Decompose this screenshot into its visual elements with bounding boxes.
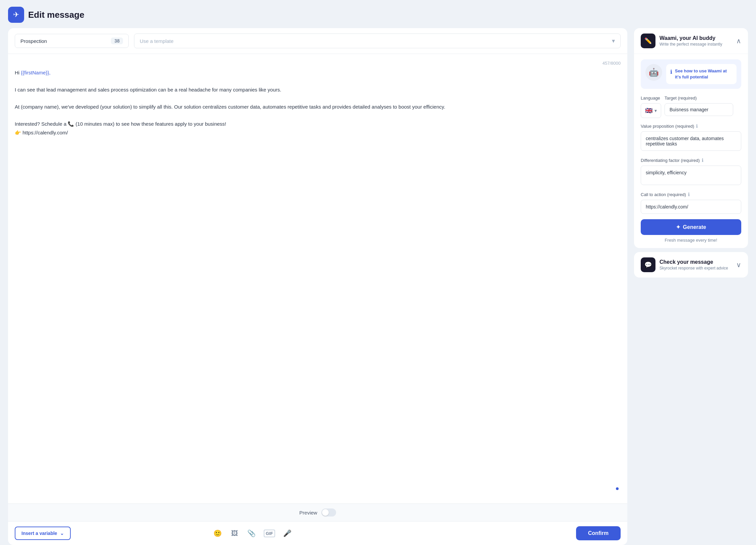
message-editor-area: 457/8000 Hi {{firstName}}, I can see tha… bbox=[8, 54, 627, 503]
target-label: Target (required) bbox=[665, 96, 741, 101]
preview-label: Preview bbox=[299, 510, 317, 516]
waami-body: 🤖 ℹ See how to use Waami at it's full po… bbox=[634, 54, 748, 248]
info-icon[interactable]: ℹ bbox=[696, 123, 698, 129]
value-prop-label: Value proposition (required) ℹ bbox=[641, 123, 741, 129]
target-input[interactable] bbox=[665, 103, 733, 116]
paragraph-2: At (company name), we've developed (your… bbox=[15, 103, 618, 111]
template-dropdown[interactable]: Use a template ▾ bbox=[134, 34, 621, 48]
expand-check-message-button[interactable]: ∨ bbox=[736, 261, 741, 269]
message-type-label: Prospection bbox=[20, 38, 47, 44]
page-title: Edit message bbox=[28, 10, 84, 20]
sparkle-icon: ✦ bbox=[676, 224, 680, 230]
collapse-waami-button[interactable]: ∧ bbox=[736, 37, 741, 45]
check-message-card: 💬 Check your message Skyrocket response … bbox=[634, 252, 748, 278]
language-field: Language 🇬🇧 ▾ bbox=[641, 96, 661, 118]
gif-button[interactable]: GIF bbox=[264, 530, 275, 537]
diff-factor-label: Differentiating factor (required) ℹ bbox=[641, 158, 741, 163]
message-content[interactable]: Hi {{firstName}}, I can see that lead ma… bbox=[15, 68, 621, 497]
language-dropdown[interactable]: 🇬🇧 ▾ bbox=[641, 103, 661, 118]
toolbar-icons: 🙂 🖼 📎 GIF 🎤 bbox=[212, 528, 293, 539]
scroll-indicator bbox=[616, 487, 619, 490]
chevron-down-icon: ▾ bbox=[612, 37, 615, 45]
waami-tip: 🤖 ℹ See how to use Waami at it's full po… bbox=[641, 59, 741, 89]
waami-tip-content: ℹ See how to use Waami at it's full pote… bbox=[666, 64, 737, 84]
waami-title: Waami, your AI buddy bbox=[659, 35, 722, 41]
value-prop-input[interactable]: centralizes customer data, automates rep… bbox=[641, 131, 741, 151]
cta-field: Call to action (required) ℹ bbox=[641, 192, 741, 214]
preview-bar: Preview bbox=[8, 503, 627, 521]
waami-icon: ✏️ bbox=[641, 34, 655, 48]
chevron-down-icon: ▾ bbox=[654, 108, 657, 113]
microphone-button[interactable]: 🎤 bbox=[282, 528, 293, 539]
right-panel: ✏️ Waami, your AI buddy Write the perfec… bbox=[634, 28, 748, 545]
greeting-text: Hi bbox=[15, 70, 21, 75]
info-icon[interactable]: ℹ bbox=[688, 192, 690, 197]
chevron-down-icon: ⌄ bbox=[60, 531, 64, 536]
insert-variable-label: Insert a variable bbox=[21, 531, 57, 536]
image-button[interactable]: 🖼 bbox=[230, 528, 239, 539]
check-message-title: Check your message bbox=[659, 259, 728, 265]
attachment-button[interactable]: 📎 bbox=[246, 528, 257, 539]
language-label: Language bbox=[641, 96, 661, 101]
check-message-subtitle: Skyrocket response with expert advice bbox=[659, 266, 728, 270]
waami-header-left: ✏️ Waami, your AI buddy Write the perfec… bbox=[641, 34, 722, 48]
fresh-message-text: Fresh message every time! bbox=[641, 238, 741, 243]
waami-subtitle: Write the perfect message instantly bbox=[659, 42, 722, 47]
tip-text: See how to use Waami at it's full potent… bbox=[675, 68, 733, 80]
target-field: Target (required) bbox=[665, 96, 741, 118]
confirm-button[interactable]: Confirm bbox=[576, 526, 621, 540]
char-count: 457/8000 bbox=[15, 61, 621, 66]
check-message-left: 💬 Check your message Skyrocket response … bbox=[641, 257, 728, 272]
check-message-header: 💬 Check your message Skyrocket response … bbox=[641, 257, 741, 272]
flag-icon: 🇬🇧 bbox=[645, 107, 652, 114]
language-target-row: Language 🇬🇧 ▾ Target (required) bbox=[641, 96, 741, 118]
firstname-tag: {{firstName}}, bbox=[21, 70, 50, 75]
paragraph-1: I can see that lead management and sales… bbox=[15, 85, 618, 94]
paragraph-3: Interested? Schedule a 📞 (10 minutes max… bbox=[15, 120, 618, 137]
generate-button[interactable]: ✦ Generate bbox=[641, 219, 741, 235]
preview-toggle[interactable] bbox=[321, 508, 336, 517]
info-icon[interactable]: ℹ bbox=[702, 158, 703, 163]
main-layout: Prospection 38 Use a template ▾ 457/8000… bbox=[0, 28, 756, 545]
left-panel: Prospection 38 Use a template ▾ 457/8000… bbox=[8, 28, 627, 545]
page-header: ✈ Edit message bbox=[0, 0, 756, 28]
message-type-input: Prospection 38 bbox=[15, 34, 129, 48]
info-icon: ℹ bbox=[670, 69, 672, 75]
app-icon: ✈ bbox=[8, 7, 24, 23]
template-dropdown-label: Use a template bbox=[140, 38, 174, 44]
cta-label: Call to action (required) ℹ bbox=[641, 192, 741, 197]
insert-variable-button[interactable]: Insert a variable ⌄ bbox=[15, 527, 71, 540]
check-message-icon: 💬 bbox=[641, 257, 655, 272]
waami-header: ✏️ Waami, your AI buddy Write the perfec… bbox=[634, 28, 748, 54]
diff-factor-field: Differentiating factor (required) ℹ simp… bbox=[641, 158, 741, 186]
emoji-button[interactable]: 🙂 bbox=[212, 528, 223, 539]
generate-label: Generate bbox=[683, 224, 706, 230]
cta-input[interactable] bbox=[641, 200, 741, 214]
editor-toolbar: Insert a variable ⌄ 🙂 🖼 📎 GIF 🎤 Confirm bbox=[8, 521, 627, 545]
message-type-count: 38 bbox=[111, 38, 123, 44]
message-type-bar: Prospection 38 Use a template ▾ bbox=[8, 28, 627, 54]
waami-card: ✏️ Waami, your AI buddy Write the perfec… bbox=[634, 28, 748, 248]
value-proposition-field: Value proposition (required) ℹ centraliz… bbox=[641, 123, 741, 152]
waami-info: Waami, your AI buddy Write the perfect m… bbox=[659, 35, 722, 47]
check-message-info: Check your message Skyrocket response wi… bbox=[659, 259, 728, 270]
diff-factor-input[interactable]: simplicity, efficiency bbox=[641, 166, 741, 185]
waami-bot-avatar: 🤖 bbox=[645, 64, 662, 81]
